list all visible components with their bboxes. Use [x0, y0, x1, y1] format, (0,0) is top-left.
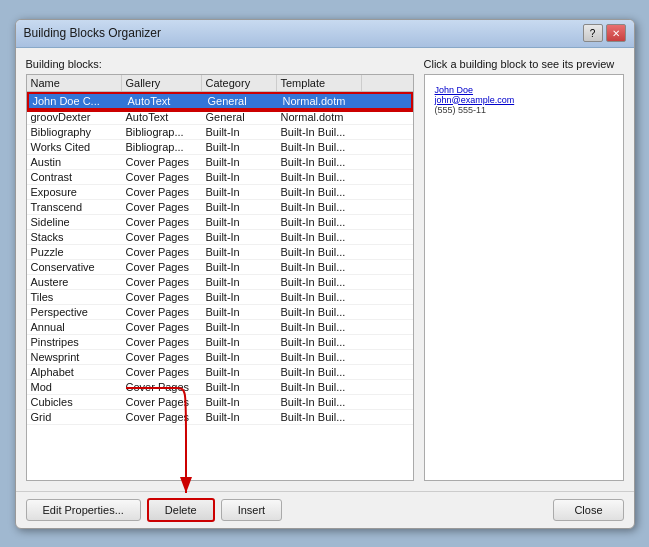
cell-category: Built-In: [202, 230, 277, 244]
list-scroll[interactable]: John Doe C...AutoTextGeneralNormal.dotmg…: [27, 92, 413, 475]
cell-gallery: Cover Pages: [122, 410, 202, 424]
edit-properties-button[interactable]: Edit Properties...: [26, 499, 141, 521]
cell-category: Built-In: [202, 320, 277, 334]
right-panel: Click a building block to see its previe…: [424, 58, 624, 481]
building-blocks-label: Building blocks:: [26, 58, 414, 70]
cell-category: Built-In: [202, 200, 277, 214]
cell-template: Built-In Buil...: [277, 320, 362, 334]
cell-gallery: Cover Pages: [122, 305, 202, 319]
cell-name: Tiles: [27, 290, 122, 304]
cell-template: Built-In Buil...: [277, 170, 362, 184]
cell-template: Built-In Buil...: [277, 365, 362, 379]
table-row[interactable]: ExposureCover PagesBuilt-InBuilt-In Buil…: [27, 185, 413, 200]
table-row[interactable]: NewsprintCover PagesBuilt-InBuilt-In Bui…: [27, 350, 413, 365]
cell-name: Puzzle: [27, 245, 122, 259]
col-template: Template: [277, 75, 362, 91]
close-button[interactable]: Close: [553, 499, 623, 521]
cell-name: John Doe C...: [29, 94, 124, 108]
title-buttons: ? ✕: [583, 24, 626, 42]
cell-category: Built-In: [202, 155, 277, 169]
preview-label: Click a building block to see its previe…: [424, 58, 624, 70]
cell-gallery: Cover Pages: [122, 170, 202, 184]
cell-gallery: Cover Pages: [122, 245, 202, 259]
cell-name: Stacks: [27, 230, 122, 244]
cell-template: Built-In Buil...: [277, 230, 362, 244]
table-row[interactable]: TranscendCover PagesBuilt-InBuilt-In Bui…: [27, 200, 413, 215]
cell-template: Built-In Buil...: [277, 155, 362, 169]
cell-name: Works Cited: [27, 140, 122, 154]
col-name: Name: [27, 75, 122, 91]
table-row[interactable]: ModCover PagesBuilt-InBuilt-In Buil...: [27, 380, 413, 395]
table-row[interactable]: SidelineCover PagesBuilt-InBuilt-In Buil…: [27, 215, 413, 230]
cell-template: Built-In Buil...: [277, 395, 362, 409]
table-row[interactable]: Works CitedBibliograp...Built-InBuilt-In…: [27, 140, 413, 155]
dialog-title: Building Blocks Organizer: [24, 26, 161, 40]
table-row[interactable]: StacksCover PagesBuilt-InBuilt-In Buil..…: [27, 230, 413, 245]
cell-category: Built-In: [202, 365, 277, 379]
close-title-button[interactable]: ✕: [606, 24, 626, 42]
table-row[interactable]: BibliographyBibliograp...Built-InBuilt-I…: [27, 125, 413, 140]
cell-template: Built-In Buil...: [277, 140, 362, 154]
table-row[interactable]: PerspectiveCover PagesBuilt-InBuilt-In B…: [27, 305, 413, 320]
cell-name: Austere: [27, 275, 122, 289]
cell-name: Pinstripes: [27, 335, 122, 349]
cell-name: Exposure: [27, 185, 122, 199]
cell-category: Built-In: [202, 305, 277, 319]
cell-category: Built-In: [202, 125, 277, 139]
table-row[interactable]: PinstripesCover PagesBuilt-InBuilt-In Bu…: [27, 335, 413, 350]
col-gallery: Gallery: [122, 75, 202, 91]
cell-gallery: Cover Pages: [122, 320, 202, 334]
table-row[interactable]: groovDexterAutoTextGeneralNormal.dotm: [27, 110, 413, 125]
table-row[interactable]: CubiclesCover PagesBuilt-InBuilt-In Buil…: [27, 395, 413, 410]
cell-category: Built-In: [202, 260, 277, 274]
cell-category: Built-In: [202, 350, 277, 364]
cell-gallery: AutoText: [124, 94, 204, 108]
cell-gallery: Cover Pages: [122, 230, 202, 244]
cell-gallery: Cover Pages: [122, 215, 202, 229]
cell-gallery: Cover Pages: [122, 200, 202, 214]
cell-category: Built-In: [202, 335, 277, 349]
help-button[interactable]: ?: [583, 24, 603, 42]
table-row[interactable]: AustinCover PagesBuilt-InBuilt-In Buil..…: [27, 155, 413, 170]
table-row[interactable]: John Doe C...AutoTextGeneralNormal.dotm: [27, 92, 413, 110]
cell-template: Built-In Buil...: [277, 200, 362, 214]
preview-name: John Doejohn@example.com: [435, 85, 613, 105]
cell-gallery: Cover Pages: [122, 260, 202, 274]
cell-gallery: AutoText: [122, 110, 202, 124]
cell-category: Built-In: [202, 410, 277, 424]
cell-gallery: Cover Pages: [122, 335, 202, 349]
cell-template: Normal.dotm: [277, 110, 362, 124]
cell-template: Built-In Buil...: [277, 260, 362, 274]
cell-gallery: Bibliograp...: [122, 125, 202, 139]
table-row[interactable]: AustereCover PagesBuilt-InBuilt-In Buil.…: [27, 275, 413, 290]
table-row[interactable]: GridCover PagesBuilt-InBuilt-In Buil...: [27, 410, 413, 425]
cell-category: Built-In: [202, 395, 277, 409]
cell-category: Built-In: [202, 290, 277, 304]
preview-scroll[interactable]: John Doejohn@example.com (555) 555-11: [425, 75, 623, 480]
cell-name: Grid: [27, 410, 122, 424]
cell-template: Built-In Buil...: [277, 380, 362, 394]
cell-name: Alphabet: [27, 365, 122, 379]
col-category: Category: [202, 75, 277, 91]
cell-category: Built-In: [202, 185, 277, 199]
cell-gallery: Cover Pages: [122, 185, 202, 199]
bottom-bar: Edit Properties... Delete Insert Close: [16, 491, 634, 528]
cell-category: Built-In: [202, 275, 277, 289]
table-row[interactable]: TilesCover PagesBuilt-InBuilt-In Buil...: [27, 290, 413, 305]
cell-category: Built-In: [202, 140, 277, 154]
table-row[interactable]: ConservativeCover PagesBuilt-InBuilt-In …: [27, 260, 413, 275]
delete-button[interactable]: Delete: [147, 498, 215, 522]
table-row[interactable]: AnnualCover PagesBuilt-InBuilt-In Buil..…: [27, 320, 413, 335]
insert-button[interactable]: Insert: [221, 499, 283, 521]
dialog-body: Building blocks: Name Gallery Category T…: [16, 48, 634, 491]
cell-gallery: Bibliograp...: [122, 140, 202, 154]
table-row[interactable]: AlphabetCover PagesBuilt-InBuilt-In Buil…: [27, 365, 413, 380]
cell-name: Sideline: [27, 215, 122, 229]
cell-name: Mod: [27, 380, 122, 394]
cell-category: General: [204, 94, 279, 108]
list-header: Name Gallery Category Template: [27, 75, 413, 92]
table-row[interactable]: PuzzleCover PagesBuilt-InBuilt-In Buil..…: [27, 245, 413, 260]
preview-content: John Doejohn@example.com (555) 555-11: [425, 75, 623, 275]
cell-name: Transcend: [27, 200, 122, 214]
table-row[interactable]: ContrastCover PagesBuilt-InBuilt-In Buil…: [27, 170, 413, 185]
